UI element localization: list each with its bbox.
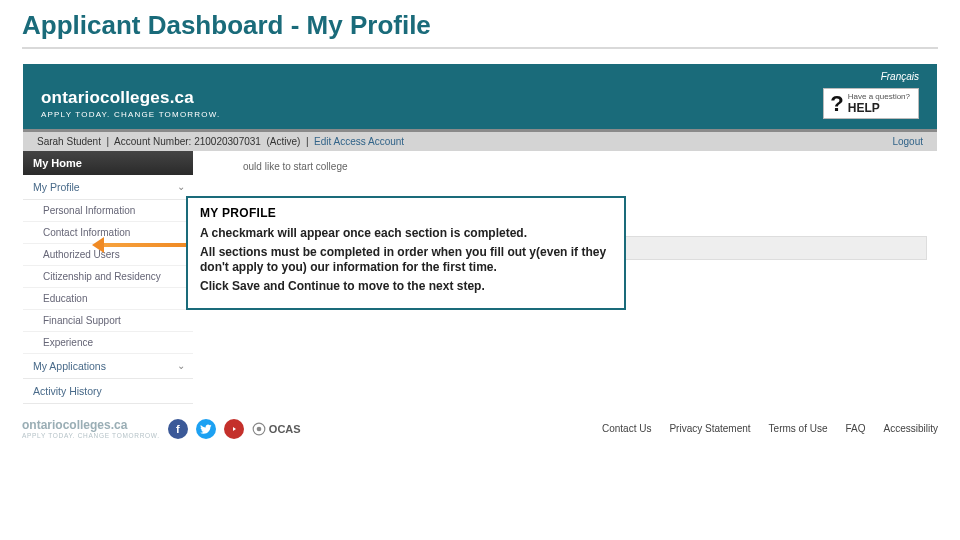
account-bar: Sarah Student | Account Number: 21002030… xyxy=(23,132,937,151)
footer: ontariocolleges.ca APPLY TODAY. CHANGE T… xyxy=(22,418,938,439)
sidebar-item-label: My Applications xyxy=(33,360,106,372)
callout-arrow xyxy=(98,238,188,252)
help-icon: ? xyxy=(830,93,843,115)
help-question: Have a question? xyxy=(848,92,910,101)
divider xyxy=(22,47,938,49)
ocas-label: OCAS xyxy=(269,423,301,435)
youtube-icon[interactable] xyxy=(224,419,244,439)
svg-point-3 xyxy=(256,426,261,431)
sidebar-sub-financial[interactable]: Financial Support xyxy=(23,310,193,332)
chevron-down-icon: ⌄ xyxy=(177,181,185,192)
account-number: 210020307031 xyxy=(194,136,261,147)
chevron-down-icon: ⌄ xyxy=(177,360,185,371)
ocas-icon xyxy=(252,422,266,436)
ocas-logo: OCAS xyxy=(252,422,301,436)
sidebar-sub-citizenship[interactable]: Citizenship and Residency xyxy=(23,266,193,288)
footer-links: Contact Us Privacy Statement Terms of Us… xyxy=(602,423,938,434)
language-link[interactable]: Français xyxy=(881,71,919,82)
help-label: HELP xyxy=(848,101,910,115)
sidebar: My Home My Profile ⌄ Personal Informatio… xyxy=(23,151,193,411)
footer-left: ontariocolleges.ca APPLY TODAY. CHANGE T… xyxy=(22,418,301,439)
footer-link-terms[interactable]: Terms of Use xyxy=(769,423,828,434)
account-status: (Active) xyxy=(266,136,300,147)
facebook-icon[interactable]: f xyxy=(168,419,188,439)
sidebar-sub-experience[interactable]: Experience xyxy=(23,332,193,354)
logo-tagline: APPLY TODAY. CHANGE TOMORROW. xyxy=(41,110,220,119)
logo-text: ontariocolleges.ca xyxy=(41,88,220,108)
account-user: Sarah Student xyxy=(37,136,101,147)
footer-link-contact[interactable]: Contact Us xyxy=(602,423,651,434)
logout-link[interactable]: Logout xyxy=(892,136,923,147)
twitter-icon[interactable] xyxy=(196,419,216,439)
footer-link-privacy[interactable]: Privacy Statement xyxy=(669,423,750,434)
brand-logo: ontariocolleges.ca APPLY TODAY. CHANGE T… xyxy=(41,88,220,119)
footer-link-accessibility[interactable]: Accessibility xyxy=(884,423,938,434)
callout-p3: Click Save and Continue to move to the n… xyxy=(200,279,612,294)
sidebar-sub-education[interactable]: Education xyxy=(23,288,193,310)
content-hint: ould like to start college xyxy=(243,161,927,172)
footer-logo: ontariocolleges.ca xyxy=(22,418,160,432)
callout-p1: A checkmark will appear once each sectio… xyxy=(200,226,612,241)
sidebar-item-home[interactable]: My Home xyxy=(23,151,193,175)
sidebar-item-profile[interactable]: My Profile ⌄ xyxy=(23,175,193,200)
edit-account-link[interactable]: Edit Access Account xyxy=(314,136,404,147)
sidebar-sub-personal[interactable]: Personal Information xyxy=(23,200,193,222)
slide-title: Applicant Dashboard - My Profile xyxy=(0,0,960,47)
brand-bar: ontariocolleges.ca APPLY TODAY. CHANGE T… xyxy=(23,82,937,129)
account-number-label: Account Number: xyxy=(114,136,191,147)
sidebar-item-applications[interactable]: My Applications ⌄ xyxy=(23,354,193,379)
callout-p2: All sections must be completed in order … xyxy=(200,245,612,275)
sidebar-item-label: My Profile xyxy=(33,181,80,193)
callout-title: MY PROFILE xyxy=(200,206,612,220)
footer-tagline: APPLY TODAY. CHANGE TOMORROW. xyxy=(22,432,160,439)
footer-link-faq[interactable]: FAQ xyxy=(846,423,866,434)
sidebar-item-activity[interactable]: Activity History xyxy=(23,379,193,404)
language-bar: Français xyxy=(23,64,937,82)
callout-box: MY PROFILE A checkmark will appear once … xyxy=(186,196,626,310)
help-button[interactable]: ? Have a question? HELP xyxy=(823,88,919,119)
